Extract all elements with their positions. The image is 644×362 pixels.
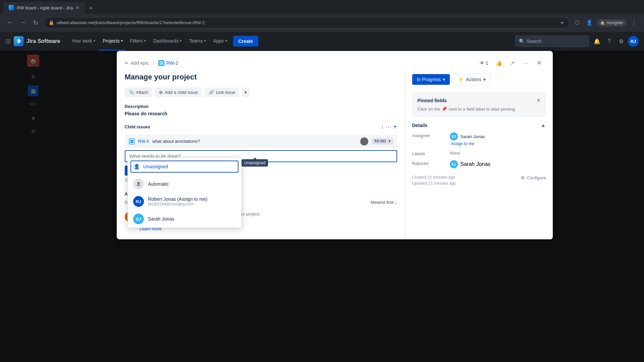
breadcrumb-issue[interactable]: RW-2 <box>158 60 178 66</box>
child-issues-more[interactable]: ⋯ <box>386 124 391 130</box>
chevron-down-icon: ▾ <box>225 39 227 43</box>
link-issue-button[interactable]: 🔗 Link issue <box>205 87 239 97</box>
details-collapse-button[interactable]: ▲ <box>541 122 546 128</box>
child-issues-filter[interactable]: ↕ <box>381 124 384 129</box>
breadcrumb-separator: / <box>153 60 154 66</box>
create-button[interactable]: Create <box>233 36 259 47</box>
child-issues-add[interactable]: + <box>393 123 397 131</box>
nav-item-teams[interactable]: Teams ▾ <box>185 32 209 51</box>
active-tab[interactable]: RW board - Agile board - Jira ✕ <box>3 2 85 13</box>
automatic-avatar <box>133 179 144 189</box>
nav-item-dashboards[interactable]: Dashboards ▾ <box>150 32 185 51</box>
issue-type-icon <box>158 60 164 66</box>
actions-icon: ⚡ <box>458 77 464 82</box>
address-bar[interactable]: 🔒 uifeed.atlassian.net/jira/software/pro… <box>44 17 569 28</box>
nav-item-apps[interactable]: Apps ▾ <box>210 32 230 51</box>
child-issue-status[interactable]: TO DO ▾ <box>372 138 393 144</box>
actions-chevron-icon: ▾ <box>483 77 486 82</box>
pin-icon: 📌 <box>441 106 447 112</box>
configure-button[interactable]: ⚙ Configure <box>521 175 546 180</box>
status-chevron-icon: ▾ <box>443 77 445 82</box>
rj-avatar: RJ <box>133 196 144 207</box>
sj-avatar: SJ <box>133 214 144 224</box>
dropdown-item-sj[interactable]: SJ Sarah Jonas <box>128 210 241 228</box>
help-button[interactable]: ? <box>604 36 614 47</box>
configure-icon: ⚙ <box>521 175 525 180</box>
pinned-description: Click on the 📌 next to a field label to … <box>418 106 541 112</box>
reload-button[interactable]: ↻ <box>31 18 40 27</box>
breadcrumb-add-epic[interactable]: ✏ Add epic <box>125 60 149 66</box>
child-icon: ⊕ <box>159 90 163 95</box>
assign-to-me-link[interactable]: Assign to me <box>451 141 474 146</box>
chevron-down-icon: ▾ <box>180 39 181 43</box>
action-buttons: 📎 Attach ⊕ Add a child issue 🔗 Link issu… <box>125 87 397 97</box>
assignee-input-row: 👤 <box>128 158 241 175</box>
created-meta: Created 21 minutes ago <box>412 175 456 180</box>
nav-item-projects[interactable]: Projects ▾ <box>99 32 126 51</box>
nav-item-filters[interactable]: Filters ▾ <box>127 32 149 51</box>
close-modal-button[interactable]: ✕ <box>534 58 545 68</box>
pinned-fields-close[interactable]: ✕ <box>536 97 541 104</box>
user-avatar[interactable]: RJ <box>628 36 639 47</box>
jira-nav: ⊞ Jira Software Your work ▾ Projects ▾ F… <box>0 32 644 51</box>
jira-logo-text: Jira Software <box>26 38 60 44</box>
chevron-down-icon: ▾ <box>144 39 146 43</box>
activity-sort[interactable]: Newest first ↓ <box>371 200 397 205</box>
tab-close-button[interactable]: ✕ <box>75 5 79 10</box>
assignee-value: SJ Sarah Jonas Assign to me <box>450 132 485 146</box>
like-button[interactable]: 👍 <box>494 58 504 68</box>
assignee-dropdown: 👤 Automatic RJ Robert Jonas (Assign to m… <box>127 158 241 228</box>
incognito-indicator: 🕵 Incognito <box>597 19 627 26</box>
status-button[interactable]: In Progress ▾ <box>412 74 450 85</box>
dropdown-item-automatic-text: Automatic <box>148 181 236 187</box>
child-issue-type-icon <box>129 138 135 144</box>
dropdown-item-sj-text: Sarah Jonas <box>148 216 236 222</box>
child-issue-key: RW-5 <box>138 139 149 144</box>
dropdown-item-automatic[interactable]: Automatic <box>128 175 241 193</box>
menu-button[interactable]: ⋮ <box>629 18 639 27</box>
actions-button[interactable]: ⚡ Actions ▾ <box>453 74 491 85</box>
assignee-detail-value: SJ Sarah Jonas <box>450 132 485 140</box>
search-bar[interactable]: 🔍 Search <box>515 36 589 47</box>
dropdown-item-rj[interactable]: RJ Robert Jonas (Assign to me) bb264184@… <box>128 193 241 210</box>
description-label: Description <box>125 104 397 109</box>
dropdown-item-rj-text: Robert Jonas (Assign to me) bb264184@moo… <box>148 196 236 206</box>
details-section: Details ▲ Assignee SJ Sarah Jonas Assign… <box>412 122 546 188</box>
reporter-label: Reporter <box>412 160 446 166</box>
account-button[interactable]: 👤 <box>585 18 594 27</box>
sidebar-actions-row: In Progress ▾ ⚡ Actions ▾ <box>412 74 546 85</box>
attach-icon: 📎 <box>129 90 134 95</box>
search-icon: 🔍 <box>519 39 525 44</box>
chevron-down-icon: ▾ <box>121 39 123 43</box>
child-issue-row[interactable]: RW-5 what about annotations? TO DO ▾ <box>125 135 397 148</box>
nav-item-your-work[interactable]: Your work ▾ <box>68 32 99 51</box>
modal-header-actions: 👁 1 👍 ↗ ⋯ ✕ <box>477 58 545 68</box>
share-button[interactable]: ↗ <box>507 58 518 68</box>
link-icon: 🔗 <box>209 90 214 95</box>
more-actions-dropdown[interactable]: ▾ <box>242 87 250 97</box>
eye-icon: 👁 <box>480 60 484 66</box>
watch-button[interactable]: 👁 1 <box>477 58 491 68</box>
assignee-search-wrapper: 👤 <box>130 161 238 173</box>
extensions-button[interactable]: ⬡ <box>573 18 582 27</box>
more-options-button[interactable]: ⋯ <box>521 58 531 68</box>
forward-button[interactable]: → <box>18 18 28 27</box>
child-issues-controls: ↕ ⋯ + <box>379 123 397 131</box>
notifications-button[interactable]: 🔔 <box>592 36 602 47</box>
sort-icon: ↓ <box>395 200 397 205</box>
assignee-search-input[interactable] <box>130 161 238 173</box>
status-chevron-icon: ▾ <box>388 139 390 143</box>
tab-bar: RW board - Agile board - Jira ✕ ＋ <box>0 0 644 13</box>
app-switcher-icon[interactable]: ⊞ <box>5 37 11 45</box>
pinned-fields-header: Pinned fields ✕ <box>418 97 541 104</box>
issue-modal: ✏ Add epic / RW-2 👁 1 👍 ↗ <box>25 50 644 362</box>
issue-title: Manage your project <box>125 72 397 82</box>
child-issue-assignee-avatar <box>360 137 368 145</box>
assignee-search-avatar: 👤 <box>133 163 140 170</box>
back-button[interactable]: ← <box>5 18 15 27</box>
new-tab-button[interactable]: ＋ <box>85 2 97 13</box>
attach-button[interactable]: 📎 Attach <box>125 87 153 97</box>
jira-logo[interactable]: Jira Software <box>14 36 60 46</box>
settings-button[interactable]: ⚙ <box>616 36 627 47</box>
add-child-issue-button[interactable]: ⊕ Add a child issue <box>155 87 202 97</box>
